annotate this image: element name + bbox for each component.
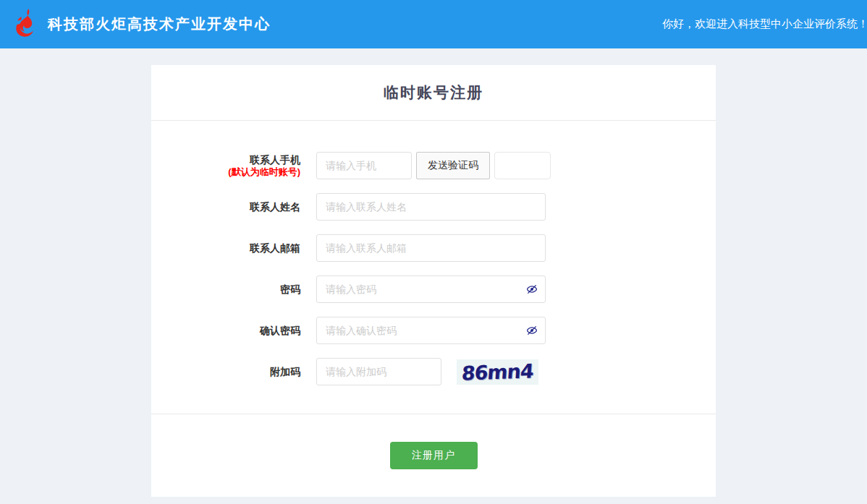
contact-email-label: 联系人邮箱 (250, 242, 300, 255)
app-header: 科技部火炬高技术产业开发中心 你好，欢迎进入科技型中小企业评价系统！ (0, 0, 867, 48)
card-footer: 注册用户 (151, 414, 716, 497)
phone-input-group: 发送验证码 (316, 152, 551, 179)
page-main: 临时账号注册 联系人手机 (默认为临时账号) 发送验证码 联系人姓名 (0, 65, 867, 497)
password-field-wrap (316, 276, 546, 303)
password-input-group (316, 276, 546, 303)
card-header: 临时账号注册 (151, 65, 716, 121)
welcome-message: 你好，欢迎进入科技型中小企业评价系统！ (662, 17, 867, 31)
confirm-password-label: 确认密码 (260, 325, 300, 337)
form-row-password: 密码 (151, 276, 716, 303)
phone-label: 联系人手机 (250, 154, 300, 166)
phone-label-group: 联系人手机 (默认为临时账号) (151, 152, 300, 179)
phone-input[interactable] (316, 152, 412, 179)
site-title: 科技部火炬高技术产业开发中心 (48, 14, 271, 34)
form-row-captcha: 附加码 86mn4 (151, 358, 716, 385)
send-code-button[interactable]: 发送验证码 (416, 152, 490, 179)
contact-email-input-group (316, 234, 546, 262)
form-row-contact-email: 联系人邮箱 (151, 234, 716, 262)
contact-name-input-group (316, 193, 546, 221)
captcha-image-text: 86mn4 (461, 359, 534, 384)
contact-email-label-group: 联系人邮箱 (151, 234, 300, 262)
confirm-password-input[interactable] (316, 317, 546, 344)
confirm-password-input-group (316, 317, 546, 344)
form-title: 临时账号注册 (384, 82, 483, 103)
register-form: 联系人手机 (默认为临时账号) 发送验证码 联系人姓名 (151, 121, 716, 414)
captcha-label-group: 附加码 (151, 358, 300, 385)
captcha-image[interactable]: 86mn4 (457, 359, 538, 385)
form-row-phone: 联系人手机 (默认为临时账号) 发送验证码 (151, 152, 716, 179)
password-input[interactable] (316, 276, 546, 303)
contact-email-input[interactable] (316, 234, 546, 262)
contact-name-label: 联系人姓名 (250, 201, 300, 213)
eye-invisible-icon[interactable] (525, 324, 538, 337)
phone-label-note: (默认为临时账号) (228, 166, 300, 178)
sms-code-input[interactable] (494, 152, 551, 179)
confirm-password-label-group: 确认密码 (151, 317, 300, 344)
captcha-input[interactable] (316, 358, 441, 385)
contact-name-input[interactable] (316, 193, 546, 221)
register-submit-button[interactable]: 注册用户 (390, 442, 478, 469)
eye-invisible-icon[interactable] (525, 283, 538, 296)
form-row-confirm-password: 确认密码 (151, 317, 716, 344)
captcha-label: 附加码 (270, 366, 300, 378)
captcha-input-group: 86mn4 (316, 358, 538, 385)
brand: 科技部火炬高技术产业开发中心 (7, 7, 271, 43)
torch-logo-icon (7, 7, 41, 43)
password-label-group: 密码 (151, 276, 300, 303)
register-card: 临时账号注册 联系人手机 (默认为临时账号) 发送验证码 联系人姓名 (151, 65, 716, 497)
form-row-contact-name: 联系人姓名 (151, 193, 716, 221)
contact-name-label-group: 联系人姓名 (151, 193, 300, 221)
password-label: 密码 (280, 283, 300, 296)
confirm-password-field-wrap (316, 317, 546, 344)
